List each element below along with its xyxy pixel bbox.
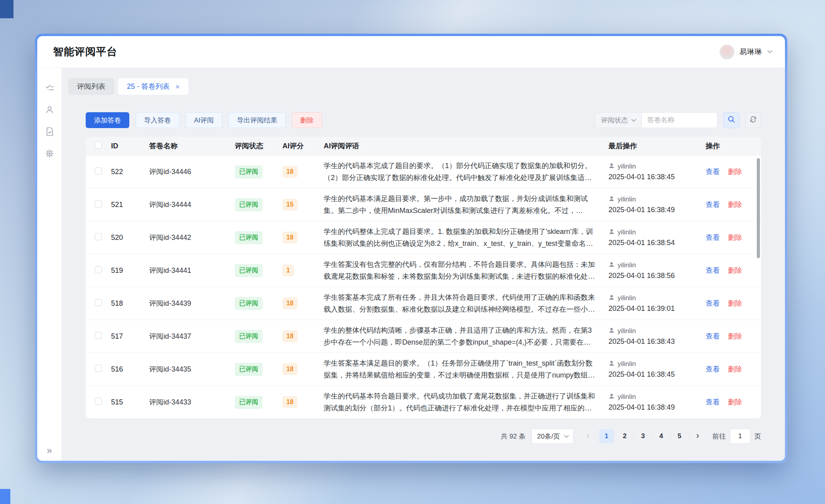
row-name: 评阅id-34433 bbox=[149, 397, 235, 407]
export-results-button[interactable]: 导出评阅结果 bbox=[228, 112, 286, 128]
row-last-operation: yilinlin 2025-04-01 16:38:49 bbox=[608, 393, 706, 412]
operation-time: 2025-04-01 16:39:01 bbox=[608, 305, 702, 313]
delete-link[interactable]: 删除 bbox=[728, 200, 742, 209]
tab-answer-sheet-list[interactable]: 25 - 答卷列表 × bbox=[118, 78, 188, 95]
score-badge: 18 bbox=[282, 396, 297, 408]
page-button-2[interactable]: 2 bbox=[618, 429, 632, 443]
col-name: 答卷名称 bbox=[149, 141, 235, 151]
view-link[interactable]: 查看 bbox=[706, 167, 720, 176]
refresh-button[interactable] bbox=[745, 112, 761, 128]
delete-button[interactable]: 删除 bbox=[292, 112, 322, 128]
content-area: 评阅列表 25 - 答卷列表 × 添加答卷 导入答卷 AI评阅 bbox=[62, 68, 785, 461]
sidebar-item-settings[interactable] bbox=[44, 149, 55, 159]
view-link[interactable]: 查看 bbox=[706, 233, 720, 242]
close-icon[interactable]: × bbox=[175, 83, 180, 90]
status-badge: 已评阅 bbox=[235, 165, 263, 178]
delete-link[interactable]: 删除 bbox=[728, 397, 742, 407]
row-comment: 学生答案基本完成了所有任务，并且大体符合题目要求。代码使用了正确的库和函数来载入… bbox=[324, 291, 608, 315]
delete-link[interactable]: 删除 bbox=[728, 233, 742, 242]
toolbar: 添加答卷 导入答卷 AI评阅 导出评阅结果 删除 评阅状态 bbox=[86, 112, 761, 128]
search-button[interactable] bbox=[723, 112, 739, 128]
operator-name: yilinlin bbox=[618, 163, 636, 171]
row-comment: 学生的代码基本满足题目要求。第一步中，成功加载了数据，并划分成训练集和测试集。第… bbox=[324, 193, 608, 217]
delete-link[interactable]: 删除 bbox=[728, 332, 742, 341]
operation-time: 2025-04-01 16:38:49 bbox=[608, 206, 702, 214]
row-id: 521 bbox=[111, 201, 149, 209]
col-status: 评阅状态 bbox=[235, 141, 282, 151]
row-last-operation: yilinlin 2025-04-01 16:38:49 bbox=[608, 195, 706, 214]
pagination: 共 92 条 20条/页 ‹ 1 2 3 bbox=[86, 429, 761, 444]
app-window: 智能评阅平台 易琳琳 bbox=[35, 34, 787, 463]
import-answer-button[interactable]: 导入答卷 bbox=[136, 112, 179, 128]
select-all-checkbox[interactable] bbox=[95, 142, 102, 149]
page-size-select[interactable]: 20条/页 bbox=[531, 429, 574, 444]
view-link[interactable]: 查看 bbox=[706, 332, 720, 341]
add-answer-button[interactable]: 添加答卷 bbox=[86, 112, 129, 128]
page-button-5[interactable]: 5 bbox=[672, 429, 687, 443]
person-icon bbox=[608, 360, 615, 368]
col-score: AI评分 bbox=[282, 141, 324, 151]
row-last-operation: yilinlin 2025-04-01 16:39:01 bbox=[608, 294, 706, 313]
scrollbar-thumb[interactable] bbox=[757, 158, 760, 258]
review-status-select[interactable]: 评阅状态 bbox=[595, 112, 642, 128]
page-button-3[interactable]: 3 bbox=[636, 429, 650, 443]
operation-time: 2025-04-01 16:38:49 bbox=[608, 403, 702, 412]
row-checkbox[interactable] bbox=[95, 233, 102, 240]
avatar bbox=[719, 44, 735, 59]
row-comment: 学生的代码整体上完成了题目要求。1. 数据集的加载和划分正确使用了'sklear… bbox=[324, 226, 608, 249]
page-button-1[interactable]: 1 bbox=[599, 429, 614, 443]
view-link[interactable]: 查看 bbox=[706, 299, 720, 308]
row-checkbox[interactable] bbox=[95, 266, 102, 273]
view-link[interactable]: 查看 bbox=[706, 364, 720, 374]
wallpaper-accent-bottom-left bbox=[0, 489, 10, 504]
score-badge: 18 bbox=[282, 297, 297, 309]
checklist-icon bbox=[44, 83, 55, 95]
sidebar-item-papers[interactable] bbox=[44, 127, 55, 138]
sidebar-item-review-list[interactable] bbox=[44, 84, 55, 94]
row-checkbox[interactable] bbox=[95, 299, 102, 306]
operator-name: yilinlin bbox=[618, 228, 636, 236]
operator-name: yilinlin bbox=[618, 195, 636, 203]
view-link[interactable]: 查看 bbox=[706, 266, 720, 275]
row-id: 522 bbox=[111, 168, 149, 176]
user-icon bbox=[44, 105, 55, 117]
tab-bar: 评阅列表 25 - 答卷列表 × bbox=[62, 68, 785, 95]
row-name: 评阅id-34435 bbox=[149, 364, 235, 374]
delete-link[interactable]: 删除 bbox=[728, 299, 742, 308]
search-input[interactable] bbox=[641, 112, 718, 128]
row-checkbox[interactable] bbox=[95, 167, 102, 174]
next-page-button[interactable]: › bbox=[691, 429, 705, 443]
tab-review-list[interactable]: 评阅列表 bbox=[68, 78, 114, 95]
row-checkbox[interactable] bbox=[95, 200, 102, 207]
row-checkbox[interactable] bbox=[95, 365, 102, 372]
row-id: 517 bbox=[111, 332, 149, 341]
view-link[interactable]: 查看 bbox=[706, 200, 720, 209]
row-checkbox[interactable] bbox=[95, 398, 102, 405]
row-id: 519 bbox=[111, 266, 149, 275]
prev-page-button[interactable]: ‹ bbox=[581, 429, 595, 443]
ai-review-button[interactable]: AI评阅 bbox=[186, 112, 222, 128]
row-checkbox[interactable] bbox=[95, 332, 102, 339]
operator-name: yilinlin bbox=[618, 360, 636, 368]
goto-page-input[interactable] bbox=[730, 429, 750, 444]
delete-link[interactable]: 删除 bbox=[728, 167, 742, 176]
page-button-4[interactable]: 4 bbox=[654, 429, 668, 443]
sidebar-item-users[interactable] bbox=[44, 105, 55, 116]
delete-link[interactable]: 删除 bbox=[728, 364, 742, 374]
person-icon bbox=[608, 327, 615, 335]
row-name: 评阅id-34439 bbox=[149, 299, 235, 308]
operation-time: 2025-04-01 16:38:54 bbox=[608, 239, 702, 247]
wallpaper-accent-top-left bbox=[0, 0, 13, 18]
row-last-operation: yilinlin 2025-04-01 16:38:56 bbox=[608, 261, 706, 280]
delete-link[interactable]: 删除 bbox=[728, 266, 742, 275]
score-badge: 18 bbox=[282, 232, 297, 243]
desktop-background: 智能评阅平台 易琳琳 bbox=[0, 0, 825, 504]
table-scrollbar[interactable] bbox=[757, 157, 760, 414]
operation-time: 2025-04-01 16:38:56 bbox=[608, 272, 702, 280]
view-link[interactable]: 查看 bbox=[706, 397, 720, 407]
user-menu[interactable]: 易琳琳 bbox=[719, 44, 773, 59]
sidebar-collapse-icon[interactable]: » bbox=[37, 446, 61, 455]
table-row: 516 评阅id-34435 已评阅 18 学生答案基本满足题目的要求。（1）任… bbox=[86, 353, 761, 385]
status-badge: 已评阅 bbox=[235, 297, 263, 310]
row-last-operation: yilinlin 2025-04-01 16:38:43 bbox=[608, 327, 706, 346]
